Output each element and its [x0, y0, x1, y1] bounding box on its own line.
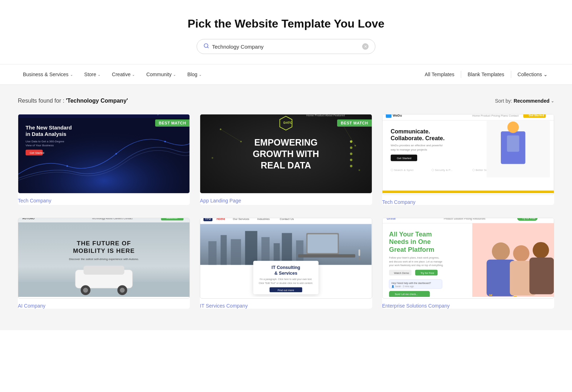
results-text: Results found for : 'Technology Company'	[18, 98, 128, 104]
svg-text:Home  Product  Pricing Plans  : Home Product Pricing Plans Contact	[472, 114, 519, 117]
svg-text:Use Data to Get a 360-Degree: Use Data to Get a 360-Degree	[26, 140, 65, 143]
svg-point-17	[220, 128, 222, 130]
nav-item-business-services[interactable]: Business & Services ⌄	[18, 69, 78, 80]
svg-rect-56	[507, 136, 519, 152]
svg-point-35	[350, 165, 352, 167]
svg-text:🤝: 🤝	[513, 295, 517, 297]
svg-rect-90	[282, 233, 292, 265]
template-label-tech-company-2[interactable]: Tech Company	[382, 199, 554, 205]
nav-item-blog[interactable]: Blog ⌄	[182, 69, 207, 80]
template-thumb-enterprise-solutions-company: Unite Product Solution Pricing Resources…	[382, 218, 554, 299]
svg-text:⬡ Security & P...: ⬡ Security & P...	[432, 168, 453, 172]
template-grid: VISTRLIS Home Products Blog Contact The …	[18, 114, 554, 309]
svg-text:⬡ Search & Synci: ⬡ Search & Synci	[390, 168, 413, 172]
nav-right: All Templates Blank Templates Collection…	[418, 69, 554, 80]
template-label-ai-company[interactable]: AI Company	[18, 303, 190, 309]
svg-text:THE FUTURE OF: THE FUTURE OF	[77, 240, 131, 247]
svg-text:Industries: Industries	[257, 218, 270, 221]
svg-text:Home  Products  Blog  Contact: Home Products Blog Contact	[133, 114, 170, 115]
best-match-badge-0: BEST MATCH	[155, 119, 189, 127]
template-card-ai-company[interactable]: AUTONO Technology About Careers Contact …	[18, 218, 190, 309]
svg-text:Needs in One: Needs in One	[389, 238, 431, 245]
svg-rect-88	[262, 237, 270, 265]
nav-label-store: Store	[84, 72, 96, 77]
template-card-app-landing-page[interactable]: Home Product About Featured DATO EMPOWER…	[200, 114, 372, 205]
sort-by[interactable]: Sort by: Recommended ⌄	[495, 98, 554, 104]
svg-point-34	[350, 159, 352, 161]
svg-point-5	[115, 153, 117, 155]
svg-text:👤 Sarah · 2 mins ago: 👤 Sarah · 2 mins ago	[391, 285, 414, 288]
svg-text:REAL DATA: REAL DATA	[261, 160, 311, 170]
template-card-enterprise-solutions-company[interactable]: Unite Product Solution Pricing Resources…	[382, 218, 554, 309]
nav-item-blank-templates[interactable]: Blank Templates	[461, 69, 511, 80]
svg-text:Find out more: Find out more	[278, 289, 294, 292]
svg-text:Try for Free: Try for Free	[420, 271, 434, 275]
svg-text:Contact Us: Contact Us	[280, 218, 294, 221]
search-input[interactable]	[212, 44, 359, 50]
search-icon	[203, 43, 209, 50]
svg-text:View of Your Business: View of Your Business	[26, 144, 54, 147]
chevron-down-icon-0: ⌄	[70, 73, 73, 77]
svg-rect-132	[529, 258, 554, 294]
chevron-down-icon-1: ⌄	[98, 73, 100, 77]
nav-item-community[interactable]: Community ⌄	[141, 69, 181, 80]
svg-text:Get Started: Get Started	[528, 114, 544, 117]
chevron-down-icon-2: ⌄	[132, 73, 135, 77]
template-card-it-services-company[interactable]: ITG Home Our Services Industries Contact…	[200, 218, 372, 309]
svg-text:& Services: & Services	[275, 271, 297, 276]
svg-rect-57	[383, 191, 554, 193]
nav-item-all-templates[interactable]: All Templates	[418, 69, 461, 80]
nav-label-business-services: Business & Services	[23, 72, 69, 77]
svg-point-21	[212, 157, 213, 159]
nav-item-collections[interactable]: Collections ⌄	[511, 69, 554, 80]
svg-text:way to manage your projects: way to manage your projects	[390, 148, 427, 151]
svg-text:Hey! Need help with the dashbo: Hey! Need help with the dashboard?	[391, 282, 431, 285]
template-thumb-it-services-company: ITG Home Our Services Industries Contact…	[200, 218, 372, 299]
results-prefix: Results found for :	[18, 98, 66, 104]
svg-point-20	[355, 145, 356, 147]
nav-label-creative: Creative	[112, 72, 130, 77]
nav-item-creative[interactable]: Creative ⌄	[107, 69, 140, 80]
page-title: Pick the Website Template You Love	[7, 17, 565, 30]
chevron-down-icon-collections: ⌄	[543, 72, 548, 77]
svg-text:ITG: ITG	[206, 218, 211, 220]
svg-text:DATO: DATO	[283, 121, 292, 124]
svg-text:VISTRLIS: VISTRLIS	[22, 114, 35, 115]
svg-text:in Data Analysis: in Data Analysis	[26, 131, 66, 137]
search-bar-wrapper: ✕	[7, 39, 565, 54]
svg-text:Follow your team's plans, trac: Follow your team's plans, track work pro…	[389, 256, 439, 259]
svg-text:The New Standard: The New Standard	[26, 125, 72, 131]
svg-text:AUTONO: AUTONO	[22, 218, 34, 220]
sort-by-label: Sort by:	[495, 98, 512, 104]
svg-text:Product  Solution  Pricing  Re: Product Solution Pricing Resources	[444, 218, 485, 220]
svg-text:Home: Home	[217, 218, 225, 221]
template-label-it-services-company[interactable]: IT Services Company	[200, 303, 372, 309]
chevron-down-icon-4: ⌄	[199, 73, 202, 77]
svg-point-127	[492, 242, 510, 260]
template-card-tech-company-2[interactable]: WeDu Home Product Pricing Plans Contact …	[382, 114, 554, 205]
svg-text:MOBILITY IS HERE: MOBILITY IS HERE	[73, 248, 135, 254]
svg-text:Unite: Unite	[386, 218, 396, 220]
svg-text:Get Started: Get Started	[30, 151, 44, 155]
nav-bar: Business & Services ⌄ Store ⌄ Creative ⌄…	[0, 64, 572, 85]
template-thumb-ai-company: AUTONO Technology About Careers Contact …	[18, 218, 190, 299]
svg-text:and discuss work all in one pl: and discuss work all in one place. Let u…	[389, 260, 442, 263]
template-label-tech-company-1[interactable]: Tech Company	[18, 198, 190, 204]
chevron-down-icon-3: ⌄	[173, 73, 176, 77]
template-label-app-landing-page[interactable]: App Landing Page	[200, 198, 372, 204]
svg-text:Discover the safest self-drivi: Discover the safest self-driving experie…	[69, 258, 139, 261]
svg-point-4	[66, 165, 68, 167]
nav-item-store[interactable]: Store ⌄	[79, 69, 105, 80]
svg-text:GROWTH WITH: GROWTH WITH	[253, 149, 319, 159]
template-thumb-tech-company-1: VISTRLIS Home Products Blog Contact The …	[18, 114, 190, 193]
svg-text:Watch Demo: Watch Demo	[394, 271, 409, 275]
svg-rect-85	[221, 235, 227, 265]
svg-text:your work flawlessly and stay : your work flawlessly and stay on top of …	[389, 264, 443, 267]
sort-value: Recommended	[514, 98, 549, 104]
clear-search-button[interactable]: ✕	[362, 43, 369, 50]
svg-rect-69	[84, 266, 124, 275]
results-query: 'Technology Company'	[66, 98, 128, 104]
template-thumb-app-landing-page: Home Product About Featured DATO EMPOWER…	[200, 114, 372, 193]
template-card-tech-company-1[interactable]: VISTRLIS Home Products Blog Contact The …	[18, 114, 190, 205]
template-label-enterprise-solutions-company[interactable]: Enterprise Solutions Company	[382, 303, 554, 309]
